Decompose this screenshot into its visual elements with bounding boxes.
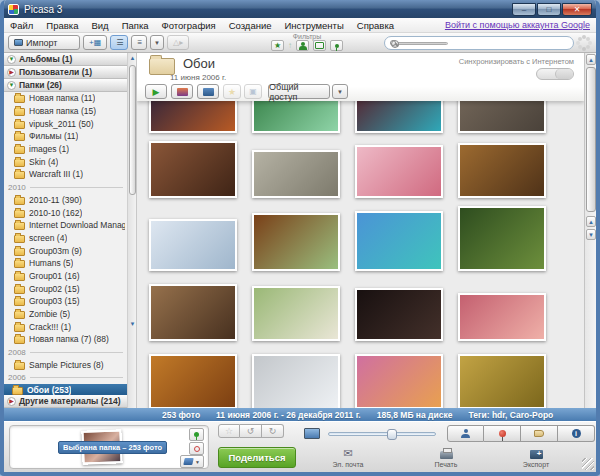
folder-item[interactable]: screen (4): [4, 232, 127, 245]
add-to-album-button[interactable]: ▼: [180, 455, 204, 468]
people-panel-button[interactable]: [447, 425, 484, 442]
folder-item[interactable]: Новая папка (7) (88): [4, 333, 127, 346]
sync-toggle[interactable]: [536, 68, 574, 80]
import-button[interactable]: Импорт: [8, 35, 80, 50]
upload-button[interactable]: △▸: [167, 35, 189, 50]
tags-panel-button[interactable]: [521, 425, 558, 442]
love-hearts-thumbnail[interactable]: [355, 354, 443, 408]
filter-geotag-button[interactable]: [330, 40, 343, 51]
girl-on-porch-thumbnail[interactable]: [252, 286, 340, 341]
winter-bird-thumbnail[interactable]: [252, 354, 340, 408]
filter-date-slider[interactable]: [392, 42, 448, 45]
content-scroll-thumb[interactable]: [586, 67, 596, 212]
filter-starred-button[interactable]: ★: [271, 40, 284, 51]
filter-movies-button[interactable]: [313, 40, 326, 51]
properties-panel-button[interactable]: i: [558, 425, 595, 442]
scroll-up-icon[interactable]: ▲: [128, 55, 137, 61]
email-action[interactable]: ✉ Эл. почта: [326, 446, 370, 468]
collage-button[interactable]: [197, 84, 219, 99]
scroll-jump-up-button[interactable]: ▲: [586, 216, 596, 227]
blonde-on-table-thumbnail[interactable]: [458, 143, 546, 198]
sync-toggle-on[interactable]: [555, 69, 574, 79]
folder-item[interactable]: Фильмы (11): [4, 130, 127, 143]
folder-item[interactable]: Internet Download Manager 6...: [4, 219, 127, 232]
folder-item[interactable]: Новая папка (11): [4, 92, 127, 105]
share-access-dropdown[interactable]: ▼: [332, 84, 348, 99]
folder-item[interactable]: vipusk_2011 (50): [4, 117, 127, 130]
hold-pin-button[interactable]: [189, 428, 204, 441]
folder-item[interactable]: images (1): [4, 143, 127, 156]
menu-item-7[interactable]: Справка: [357, 20, 394, 31]
close-button[interactable]: ✕: [562, 3, 592, 16]
maximize-button[interactable]: □: [537, 3, 561, 16]
sync-toggle-off[interactable]: [537, 69, 555, 79]
scroll-up-button[interactable]: ▲: [586, 54, 596, 65]
rotate-left-button[interactable]: ↺: [240, 424, 262, 438]
folder-item[interactable]: 2010-10 (162): [4, 206, 127, 219]
menu-item-6[interactable]: Инструменты: [285, 20, 344, 31]
folder-item[interactable]: Warcraft III (1): [4, 168, 127, 181]
share-button[interactable]: Поделиться: [218, 447, 296, 468]
folder-item[interactable]: Group01 (16): [4, 270, 127, 283]
girl-pink-bed-thumbnail[interactable]: [355, 145, 443, 198]
folder-item[interactable]: Humans (5): [4, 257, 127, 270]
folder-item[interactable]: Group03m (9): [4, 244, 127, 257]
dark-mouth-thumbnail[interactable]: [355, 288, 443, 341]
filter-uploaded-icon[interactable]: ↑: [288, 41, 292, 50]
pirates-jungle-thumbnail[interactable]: [458, 206, 546, 271]
menu-item-3[interactable]: Папка: [122, 20, 149, 31]
minimize-button[interactable]: –: [512, 3, 536, 16]
menu-item-4[interactable]: Фотография: [162, 20, 216, 31]
menu-item-0[interactable]: Файл: [10, 20, 33, 31]
scroll-down-icon[interactable]: ▼: [128, 321, 137, 327]
girl-portrait-thumbnail[interactable]: [149, 141, 237, 198]
movie-button[interactable]: [171, 84, 193, 99]
selection-tray[interactable]: Выбрана папка – 253 фото ▼: [9, 425, 209, 469]
menu-item-5[interactable]: Создание: [229, 20, 272, 31]
girl-in-snow-thumbnail[interactable]: [149, 219, 237, 271]
expand-icon[interactable]: ▶: [7, 68, 16, 77]
slideshow-play-button[interactable]: ▶: [145, 84, 167, 99]
content-scrollbar[interactable]: ▲ ▲ ▼: [584, 53, 596, 408]
folder-item[interactable]: Новая папка (15): [4, 105, 127, 118]
view-options-dropdown[interactable]: ▼: [150, 35, 164, 50]
sidebar-scroll-thumb[interactable]: [129, 65, 136, 195]
collapse-icon[interactable]: ▼: [7, 55, 16, 64]
mountain-lake-thumbnail[interactable]: [355, 211, 443, 271]
resize-grip[interactable]: [582, 458, 594, 470]
folder-item[interactable]: Sample Pictures (8): [4, 358, 127, 371]
ferret-hammock-thumbnail[interactable]: [458, 354, 546, 408]
places-panel-button[interactable]: [484, 425, 521, 442]
finger-faces-thumbnail[interactable]: [458, 293, 546, 341]
size-slider-knob[interactable]: [387, 429, 397, 440]
ships-painting-thumbnail[interactable]: [252, 150, 340, 198]
share-access-button[interactable]: Общий доступ: [268, 84, 330, 99]
rotate-right-button[interactable]: ↻: [262, 424, 284, 438]
folder-item[interactable]: Skin (4): [4, 155, 127, 168]
export-action[interactable]: Экспорт: [514, 446, 558, 468]
folder-item[interactable]: Group03 (15): [4, 295, 127, 308]
flat-view-button[interactable]: ☰: [110, 35, 128, 50]
star-anise-cup-thumbnail[interactable]: [149, 354, 237, 408]
google-signin-link[interactable]: Войти с помощью аккаунта Google: [445, 20, 590, 30]
tree-view-button[interactable]: ≡: [131, 35, 147, 50]
collapse-icon[interactable]: ▼: [7, 81, 16, 90]
sidebar-section-folders[interactable]: ▼ Папки (26): [4, 79, 127, 92]
folder-item[interactable]: Crack!!! (1): [4, 320, 127, 333]
menu-item-2[interactable]: Вид: [91, 20, 108, 31]
filter-faces-button[interactable]: [296, 40, 309, 51]
folder-item[interactable]: Zombie (5): [4, 308, 127, 321]
expand-icon[interactable]: ▶: [7, 397, 16, 406]
folder-item[interactable]: 2010-11 (390): [4, 194, 127, 207]
print-action[interactable]: Печать: [424, 446, 468, 468]
add-album-button[interactable]: +▦: [83, 35, 107, 50]
folder-item-selected[interactable]: Обои (253): [4, 384, 127, 395]
clear-tray-button[interactable]: [189, 442, 204, 455]
sidebar-section-other[interactable]: ▶ Другие материалы (214): [4, 395, 127, 408]
star-button[interactable]: ★: [223, 84, 241, 99]
folder-item[interactable]: Group02 (15): [4, 282, 127, 295]
menu-item-1[interactable]: Правка: [46, 20, 78, 31]
lingerie-model-thumbnail[interactable]: [149, 284, 237, 341]
sidebar-section-albums[interactable]: ▼ Альбомы (1): [4, 53, 127, 66]
thumbnail-size-slider[interactable]: [328, 432, 436, 436]
